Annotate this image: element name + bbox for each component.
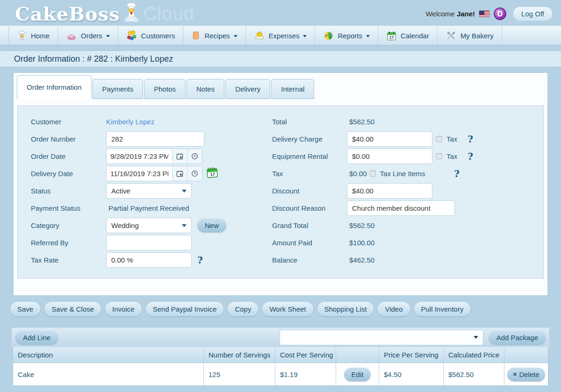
add-package-button[interactable]: Add Package [489,331,546,344]
tab-photos[interactable]: Photos [144,79,186,99]
clock-glyph-icon [191,170,198,177]
save-button[interactable]: Save [10,302,40,316]
nav-item-orders[interactable]: Orders [58,26,118,45]
delivery-charge-tax-checkbox[interactable] [436,136,442,142]
delivery-charge-input[interactable] [347,131,432,147]
discount-reason-input[interactable] [347,200,455,216]
discount-label: Discount [272,187,347,195]
invoice-button[interactable]: Invoice [105,302,142,316]
new-category-button[interactable]: New [197,219,226,232]
chevron-down-icon [474,336,478,339]
log-off-button[interactable]: Log Off [513,7,553,21]
row-calculated-price: $562.50 [444,363,504,385]
nav-label-customers: Customers [141,32,175,40]
equipment-rental-tax-checkbox[interactable] [436,153,442,159]
nav-item-my-bakery[interactable]: My Bakery [438,26,502,45]
avatar[interactable]: D [494,7,506,20]
send-paypal-invoice-button[interactable]: Send Paypal Invoice [146,302,224,316]
add-line-button[interactable]: Add Line [15,331,58,344]
col-description: Description [13,347,204,363]
delete-button[interactable]: ×Delete [507,368,545,381]
order-date-input[interactable] [107,149,172,164]
green-calendar-icon[interactable]: 17 [206,167,218,180]
money-icon [254,30,265,41]
table-row: Cake 125 $1.19 Edit $4.50 $562.50 ×Delet… [13,363,548,386]
amount-paid-value: $100.00 [347,239,374,247]
work-sheet-button[interactable]: Work Sheet [262,302,313,316]
help-icon[interactable]: ? [468,151,473,162]
welcome-text: Welcome Jane! [425,10,475,18]
delivery-charge-tax-label: Tax [446,135,457,143]
tax-rate-input[interactable] [106,252,192,268]
row-description: Cake [13,363,204,385]
calendar-picker-button[interactable] [172,149,187,164]
help-icon[interactable]: ? [468,134,473,145]
col-price-per-serving: Price Per Serving [379,347,444,363]
calendar-picker-button[interactable] [172,166,187,181]
order-number-input[interactable] [106,131,204,147]
tax-line-items-checkbox[interactable] [370,171,376,177]
calendar-glyph-icon [176,170,183,177]
nav-item-reports[interactable]: Reports [315,26,378,45]
row-servings: 125 [204,363,275,385]
row-delete-cell: ×Delete [504,363,548,385]
nav-item-recipes[interactable]: Recipes [183,26,245,45]
category-label: Category [31,221,106,229]
chevron-down-icon [234,35,237,37]
status-label: Status [31,187,106,195]
nav-item-calendar[interactable]: 17 Calendar [378,26,438,45]
line-items-toolbar: Add Line Add Package [12,328,549,347]
tab-internal[interactable]: Internal [271,79,314,99]
chef-logo-icon [122,1,140,25]
customer-link[interactable]: Kimberly Lopez [106,118,154,126]
notepad-icon [191,30,201,41]
shopping-list-button[interactable]: Shopping List [317,302,374,316]
chevron-down-icon [182,190,187,192]
edit-button[interactable]: Edit [344,368,371,381]
copy-button[interactable]: Copy [228,302,258,316]
category-select[interactable]: Wedding [106,218,192,233]
order-number-label: Order Number [31,135,106,143]
chevron-down-icon [182,224,187,227]
time-picker-button[interactable] [187,166,202,181]
help-icon[interactable]: ? [454,168,460,179]
brand-suffix: Cloud [143,2,194,25]
tab-payments[interactable]: Payments [93,79,144,99]
col-delete [504,347,548,363]
amount-paid-label: Amount Paid [272,239,347,247]
balance-value: $462.50 [347,256,374,264]
nav-item-customers[interactable]: Customers [118,26,184,45]
tax-rate-label: Tax Rate [31,256,106,264]
order-actions: Save Save & Close Invoice Send Paypal In… [10,302,561,316]
equipment-rental-input[interactable] [347,149,432,164]
help-icon[interactable]: ? [197,255,203,266]
cakeboss-app: CakeBoss Cloud Welcome Jane! D Log Off [0,0,561,392]
nav-item-home[interactable]: Home [8,26,58,45]
package-select[interactable] [280,330,483,345]
tax-line-items-label: Tax Line Items [380,170,425,178]
referred-by-label: Referred By [31,239,106,247]
balance-label: Balance [272,256,347,264]
clock-glyph-icon [191,153,198,160]
video-button[interactable]: Video [378,302,410,316]
discount-input[interactable] [347,183,432,199]
app-header: CakeBoss Cloud Welcome Jane! D Log Off [0,0,561,26]
delivery-date-input[interactable] [107,166,172,181]
time-picker-button[interactable] [187,149,202,164]
tab-delivery[interactable]: Delivery [225,79,270,99]
tab-order-information[interactable]: Order Information [17,75,92,99]
brand-logo: CakeBoss Cloud [15,1,194,25]
pull-inventory-button[interactable]: Pull Inventory [414,302,471,316]
nav-item-expenses[interactable]: Expenses [246,26,316,45]
referred-by-input[interactable] [106,235,192,250]
us-flag-icon[interactable] [479,10,490,17]
save-close-button[interactable]: Save & Close [44,302,101,316]
tax-label: Tax [272,170,347,178]
main-nav: Home Orders [0,26,561,45]
delete-button-label: Delete [519,371,539,378]
nav-label-expenses: Expenses [269,32,300,40]
tools-icon [446,30,457,41]
status-select[interactable]: Active [106,183,192,199]
status-select-value: Active [111,187,130,195]
tab-notes[interactable]: Notes [187,79,224,99]
